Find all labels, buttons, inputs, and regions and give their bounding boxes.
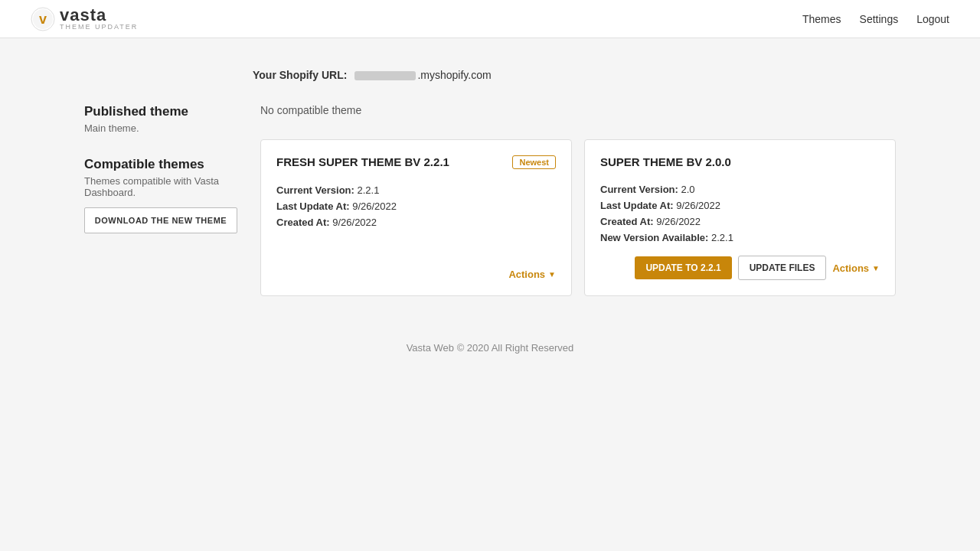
super-created-value: 9/26/2022: [656, 216, 701, 227]
card-header-super: SUPER THEME BV 2.0.0: [600, 155, 880, 168]
footer: Vasta Web © 2020 All Right Reserved: [84, 342, 896, 354]
fresh-current-version-value: 2.2.1: [357, 184, 379, 196]
shopify-url-value: .myshopify.com: [354, 69, 491, 81]
theme-card-super: SUPER THEME BV 2.0.0 Current Version: 2.…: [584, 139, 896, 296]
super-last-update-value: 9/26/2022: [676, 200, 720, 211]
super-last-update-row: Last Update At: 9/26/2022: [600, 200, 880, 211]
logo-vasta-label: vasta: [60, 7, 138, 24]
super-created-label: Created At:: [600, 216, 654, 227]
content-layout: Published theme Main theme. Compatible t…: [84, 104, 896, 296]
super-created-row: Created At: 9/26/2022: [600, 216, 880, 227]
logo: v vasta THEME UPDATER: [31, 7, 138, 31]
theme-card-fresh: FRESH SUPER THEME BV 2.2.1 Newest Curren…: [260, 139, 572, 296]
no-compatible-text: No compatible theme: [260, 104, 896, 116]
fresh-actions-button[interactable]: Actions ▼: [508, 269, 556, 280]
fresh-last-update-row: Last Update At: 9/26/2022: [276, 201, 556, 212]
super-theme-title: SUPER THEME BV 2.0.0: [600, 155, 731, 168]
nav-themes[interactable]: Themes: [802, 13, 841, 25]
svg-text:v: v: [39, 11, 47, 27]
sidebar: Published theme Main theme. Compatible t…: [84, 104, 237, 296]
super-new-version-label: New Version Available:: [600, 232, 708, 243]
fresh-created-label: Created At:: [276, 217, 330, 228]
nav-logout[interactable]: Logout: [916, 13, 949, 25]
fresh-actions-caret-icon: ▼: [548, 270, 556, 279]
theme-cards-row: FRESH SUPER THEME BV 2.2.1 Newest Curren…: [260, 139, 896, 296]
footer-text: Vasta Web © 2020 All Right Reserved: [407, 342, 574, 354]
super-current-version-value: 2.0: [681, 184, 694, 195]
super-card-info: Current Version: 2.0 Last Update At: 9/2…: [600, 184, 880, 243]
newest-badge: Newest: [512, 155, 556, 169]
fresh-created-row: Created At: 9/26/2022: [276, 217, 556, 228]
super-new-version-value: 2.2.1: [711, 232, 733, 243]
published-theme-desc: Main theme.: [84, 122, 237, 134]
main-content: Your Shopify URL: .myshopify.com Publish…: [69, 38, 911, 384]
published-theme-title: Published theme: [84, 104, 237, 119]
themes-grid: No compatible theme FRESH SUPER THEME BV…: [260, 104, 896, 296]
super-actions-label: Actions: [832, 262, 869, 274]
vasta-logo-icon: v: [31, 7, 55, 31]
update-to-221-button[interactable]: UPDATE TO 2.2.1: [635, 256, 731, 279]
nav-settings[interactable]: Settings: [860, 13, 899, 25]
super-new-version-row: New Version Available: 2.2.1: [600, 232, 880, 243]
fresh-theme-title: FRESH SUPER THEME BV 2.2.1: [276, 155, 449, 168]
fresh-current-version-label: Current Version:: [276, 184, 354, 196]
super-current-version-label: Current Version:: [600, 184, 678, 195]
fresh-last-update-value: 9/26/2022: [352, 201, 397, 212]
fresh-card-info: Current Version: 2.2.1 Last Update At: 9…: [276, 184, 556, 228]
super-actions-caret-icon: ▼: [872, 264, 880, 272]
card-header-fresh: FRESH SUPER THEME BV 2.2.1 Newest: [276, 155, 556, 169]
fresh-actions-label: Actions: [508, 269, 545, 280]
update-files-button[interactable]: UPDATE FILES: [738, 256, 827, 280]
shopify-url-label: Your Shopify URL:: [253, 69, 347, 81]
compatible-themes-title: Compatible themes: [84, 157, 237, 172]
super-last-update-label: Last Update At:: [600, 200, 674, 211]
header: v vasta THEME UPDATER Themes Settings Lo…: [0, 0, 980, 38]
super-card-footer: UPDATE TO 2.2.1 UPDATE FILES Actions ▼: [600, 256, 880, 280]
logo-text: vasta THEME UPDATER: [60, 7, 138, 31]
compatible-themes-section: Compatible themes Themes compatible with…: [84, 157, 237, 233]
fresh-card-footer: Actions ▼: [276, 269, 556, 280]
main-nav: Themes Settings Logout: [802, 13, 949, 25]
published-theme-section: Published theme Main theme.: [84, 104, 237, 134]
compatible-themes-desc: Themes compatible with Vasta Dashboard.: [84, 175, 237, 198]
super-current-version-row: Current Version: 2.0: [600, 184, 880, 195]
download-new-theme-button[interactable]: DOWNLOAD THE NEW THEME: [84, 207, 237, 233]
logo-sub-label: THEME UPDATER: [60, 24, 138, 31]
fresh-current-version-row: Current Version: 2.2.1: [276, 184, 556, 196]
fresh-last-update-label: Last Update At:: [276, 201, 350, 212]
fresh-created-value: 9/26/2022: [332, 217, 377, 228]
shopify-url-blur: [354, 71, 416, 80]
shopify-url-row: Your Shopify URL: .myshopify.com: [253, 69, 896, 81]
super-actions-button[interactable]: Actions ▼: [832, 262, 880, 274]
